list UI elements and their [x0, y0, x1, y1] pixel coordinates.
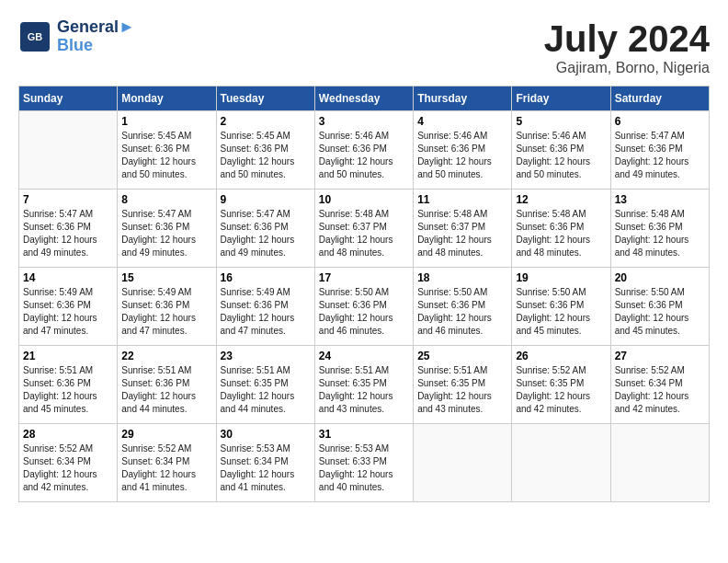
- day-number: 4: [417, 115, 507, 128]
- column-header-saturday: Saturday: [610, 86, 709, 111]
- day-cell: 14Sunrise: 5:49 AMSunset: 6:36 PMDayligh…: [19, 268, 118, 346]
- day-number: 15: [121, 271, 211, 284]
- day-number: 30: [221, 428, 311, 441]
- day-cell: [610, 424, 709, 502]
- day-cell: 23Sunrise: 5:51 AMSunset: 6:35 PMDayligh…: [216, 346, 314, 424]
- day-cell: 24Sunrise: 5:51 AMSunset: 6:35 PMDayligh…: [314, 346, 413, 424]
- day-cell: [414, 424, 512, 502]
- day-info: Sunrise: 5:52 AMSunset: 6:34 PMDaylight:…: [615, 364, 705, 416]
- day-cell: 20Sunrise: 5:50 AMSunset: 6:36 PMDayligh…: [610, 268, 709, 346]
- day-info: Sunrise: 5:49 AMSunset: 6:36 PMDaylight:…: [121, 286, 211, 338]
- day-number: 10: [319, 193, 409, 206]
- day-info: Sunrise: 5:48 AMSunset: 6:36 PMDaylight:…: [516, 208, 606, 259]
- column-header-monday: Monday: [118, 86, 216, 111]
- column-header-friday: Friday: [512, 86, 610, 111]
- day-cell: 25Sunrise: 5:51 AMSunset: 6:35 PMDayligh…: [414, 346, 512, 424]
- logo-icon: GB: [18, 20, 51, 53]
- calendar-body: 1Sunrise: 5:45 AMSunset: 6:36 PMDaylight…: [19, 111, 710, 502]
- logo-block: GB General► Blue: [18, 18, 135, 55]
- week-row-2: 7Sunrise: 5:47 AMSunset: 6:36 PMDaylight…: [19, 190, 710, 268]
- day-cell: 12Sunrise: 5:48 AMSunset: 6:36 PMDayligh…: [512, 190, 610, 268]
- day-cell: 19Sunrise: 5:50 AMSunset: 6:36 PMDayligh…: [512, 268, 610, 346]
- day-cell: 30Sunrise: 5:53 AMSunset: 6:34 PMDayligh…: [216, 424, 314, 502]
- day-number: 17: [319, 271, 409, 284]
- day-number: 26: [516, 350, 606, 362]
- day-number: 14: [23, 271, 113, 284]
- day-number: 11: [417, 193, 507, 206]
- day-info: Sunrise: 5:48 AMSunset: 6:36 PMDaylight:…: [615, 208, 705, 259]
- day-number: 9: [221, 193, 311, 206]
- day-cell: [512, 424, 610, 502]
- day-info: Sunrise: 5:47 AMSunset: 6:36 PMDaylight:…: [23, 208, 113, 259]
- day-info: Sunrise: 5:53 AMSunset: 6:34 PMDaylight:…: [221, 442, 311, 494]
- day-number: 19: [516, 271, 606, 284]
- day-number: 28: [23, 428, 113, 441]
- day-number: 24: [319, 350, 409, 362]
- page-header: GB General► Blue July 2024 Gajiram, Born…: [18, 18, 710, 76]
- day-number: 5: [516, 115, 606, 128]
- day-cell: 17Sunrise: 5:50 AMSunset: 6:36 PMDayligh…: [314, 268, 413, 346]
- day-info: Sunrise: 5:51 AMSunset: 6:36 PMDaylight:…: [121, 364, 211, 416]
- week-row-3: 14Sunrise: 5:49 AMSunset: 6:36 PMDayligh…: [19, 268, 710, 346]
- day-cell: 7Sunrise: 5:47 AMSunset: 6:36 PMDaylight…: [19, 190, 118, 268]
- day-cell: 1Sunrise: 5:45 AMSunset: 6:36 PMDaylight…: [118, 111, 216, 190]
- day-number: 25: [417, 350, 507, 362]
- day-info: Sunrise: 5:49 AMSunset: 6:36 PMDaylight:…: [221, 286, 311, 338]
- location-subtitle: Gajiram, Borno, Nigeria: [544, 60, 710, 76]
- calendar-table: SundayMondayTuesdayWednesdayThursdayFrid…: [18, 86, 710, 502]
- day-cell: 21Sunrise: 5:51 AMSunset: 6:36 PMDayligh…: [19, 346, 118, 424]
- week-row-5: 28Sunrise: 5:52 AMSunset: 6:34 PMDayligh…: [19, 424, 710, 502]
- logo-text-blue: Blue: [57, 37, 135, 55]
- day-number: 27: [615, 350, 705, 362]
- day-cell: 28Sunrise: 5:52 AMSunset: 6:34 PMDayligh…: [19, 424, 118, 502]
- day-number: 8: [121, 193, 211, 206]
- day-cell: 11Sunrise: 5:48 AMSunset: 6:37 PMDayligh…: [414, 190, 512, 268]
- day-info: Sunrise: 5:46 AMSunset: 6:36 PMDaylight:…: [319, 130, 409, 181]
- day-info: Sunrise: 5:52 AMSunset: 6:35 PMDaylight:…: [516, 364, 606, 416]
- day-info: Sunrise: 5:52 AMSunset: 6:34 PMDaylight:…: [121, 442, 211, 494]
- day-cell: 31Sunrise: 5:53 AMSunset: 6:33 PMDayligh…: [314, 424, 413, 502]
- day-cell: 29Sunrise: 5:52 AMSunset: 6:34 PMDayligh…: [118, 424, 216, 502]
- day-cell: 4Sunrise: 5:46 AMSunset: 6:36 PMDaylight…: [414, 111, 512, 190]
- week-row-4: 21Sunrise: 5:51 AMSunset: 6:36 PMDayligh…: [19, 346, 710, 424]
- day-cell: [19, 111, 118, 190]
- day-number: 7: [23, 193, 113, 206]
- day-cell: 27Sunrise: 5:52 AMSunset: 6:34 PMDayligh…: [610, 346, 709, 424]
- title-block: July 2024 Gajiram, Borno, Nigeria: [544, 18, 710, 76]
- day-number: 18: [417, 271, 507, 284]
- day-cell: 26Sunrise: 5:52 AMSunset: 6:35 PMDayligh…: [512, 346, 610, 424]
- day-number: 1: [121, 115, 211, 128]
- month-year-title: July 2024: [544, 18, 710, 60]
- day-cell: 8Sunrise: 5:47 AMSunset: 6:36 PMDaylight…: [118, 190, 216, 268]
- day-number: 21: [23, 350, 113, 362]
- day-number: 31: [319, 428, 409, 441]
- column-header-sunday: Sunday: [19, 86, 118, 111]
- day-info: Sunrise: 5:45 AMSunset: 6:36 PMDaylight:…: [221, 130, 311, 181]
- day-info: Sunrise: 5:46 AMSunset: 6:36 PMDaylight:…: [417, 130, 507, 181]
- day-cell: 9Sunrise: 5:47 AMSunset: 6:36 PMDaylight…: [216, 190, 314, 268]
- day-info: Sunrise: 5:52 AMSunset: 6:34 PMDaylight:…: [23, 442, 113, 494]
- day-cell: 16Sunrise: 5:49 AMSunset: 6:36 PMDayligh…: [216, 268, 314, 346]
- day-info: Sunrise: 5:50 AMSunset: 6:36 PMDaylight:…: [319, 286, 409, 338]
- day-number: 20: [615, 271, 705, 284]
- day-cell: 22Sunrise: 5:51 AMSunset: 6:36 PMDayligh…: [118, 346, 216, 424]
- day-info: Sunrise: 5:46 AMSunset: 6:36 PMDaylight:…: [516, 130, 606, 181]
- day-info: Sunrise: 5:48 AMSunset: 6:37 PMDaylight:…: [319, 208, 409, 259]
- day-info: Sunrise: 5:48 AMSunset: 6:37 PMDaylight:…: [417, 208, 507, 259]
- column-header-thursday: Thursday: [414, 86, 512, 111]
- day-info: Sunrise: 5:47 AMSunset: 6:36 PMDaylight:…: [615, 130, 705, 181]
- day-info: Sunrise: 5:49 AMSunset: 6:36 PMDaylight:…: [23, 286, 113, 338]
- column-header-tuesday: Tuesday: [216, 86, 314, 111]
- logo-text-general: General►: [57, 18, 135, 37]
- day-cell: 5Sunrise: 5:46 AMSunset: 6:36 PMDaylight…: [512, 111, 610, 190]
- day-info: Sunrise: 5:51 AMSunset: 6:35 PMDaylight:…: [417, 364, 507, 416]
- day-info: Sunrise: 5:51 AMSunset: 6:35 PMDaylight:…: [319, 364, 409, 416]
- day-info: Sunrise: 5:47 AMSunset: 6:36 PMDaylight:…: [121, 208, 211, 259]
- day-cell: 6Sunrise: 5:47 AMSunset: 6:36 PMDaylight…: [610, 111, 709, 190]
- day-number: 22: [121, 350, 211, 362]
- day-info: Sunrise: 5:53 AMSunset: 6:33 PMDaylight:…: [319, 442, 409, 494]
- column-header-wednesday: Wednesday: [314, 86, 413, 111]
- day-number: 13: [615, 193, 705, 206]
- day-info: Sunrise: 5:50 AMSunset: 6:36 PMDaylight:…: [417, 286, 507, 338]
- day-number: 23: [221, 350, 311, 362]
